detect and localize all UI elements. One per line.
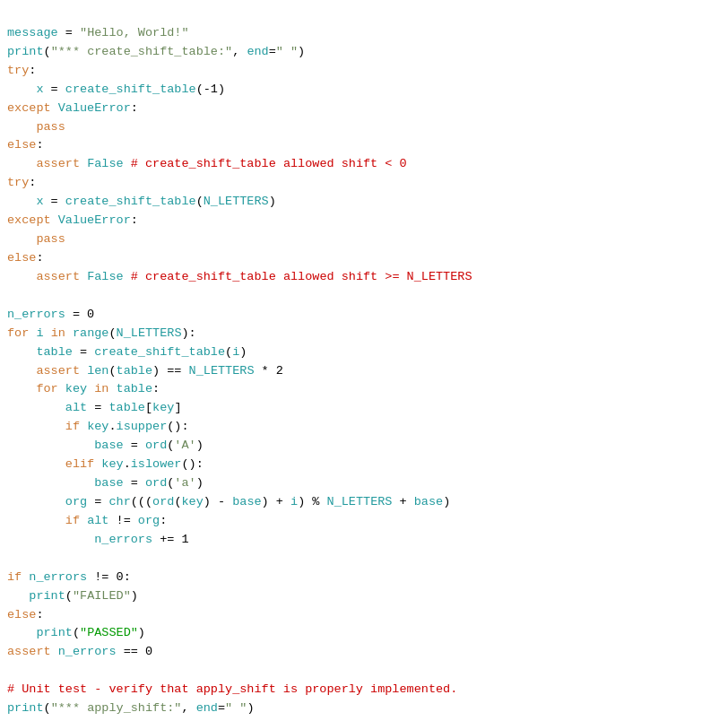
line-25: base = ord('a') (7, 476, 204, 490)
line-14: assert False # create_shift_table allowe… (7, 270, 472, 283)
line-17: for i in range(N_LETTERS): (7, 326, 196, 340)
line-28: n_errors += 1 (7, 533, 189, 546)
line-4: x = create_shift_table(-1) (7, 83, 225, 96)
code-editor: message = "Hello, World!" print("*** cre… (7, 5, 721, 721)
line-5: except ValueError: (7, 101, 138, 115)
line-24: elif key.islower(): (7, 457, 204, 471)
line-27: if alt != org: (7, 514, 167, 527)
line-23: base = ord('A') (7, 439, 204, 452)
line-16: n_errors = 0 (7, 308, 94, 321)
line-20: for key in table: (7, 382, 160, 395)
line-36: # Unit test - verify that apply_shift is… (7, 682, 457, 696)
line-32: else: (7, 608, 44, 621)
line-22: if key.isupper(): (7, 420, 189, 433)
line-26: org = chr(((ord(key) - base) + i) % N_LE… (7, 495, 450, 508)
line-9: try: (7, 176, 36, 189)
line-33: print("PASSED") (7, 626, 145, 639)
line-1: message = "Hello, World!" (7, 26, 189, 39)
line-35 (7, 664, 14, 677)
line-6: pass (7, 120, 65, 134)
line-7: else: (7, 138, 44, 152)
line-21: alt = table[key] (7, 401, 181, 414)
line-30: if n_errors != 0: (7, 570, 131, 584)
line-8: assert False # create_shift_table allowe… (7, 157, 407, 170)
line-31: print("FAILED") (7, 589, 138, 603)
line-12: pass (7, 232, 65, 246)
line-29 (7, 552, 14, 565)
line-3: try: (7, 64, 36, 77)
line-11: except ValueError: (7, 213, 138, 227)
line-10: x = create_shift_table(N_LETTERS) (7, 195, 276, 208)
line-15 (7, 289, 14, 302)
line-34: assert n_errors == 0 (7, 645, 152, 658)
line-2: print("*** create_shift_table:", end=" "… (7, 45, 305, 58)
line-18: table = create_shift_table(i) (7, 345, 247, 359)
line-19: assert len(table) == N_LETTERS * 2 (7, 364, 283, 378)
line-37: print("*** apply_shift:", end=" ") (7, 701, 255, 715)
line-13: else: (7, 251, 44, 265)
